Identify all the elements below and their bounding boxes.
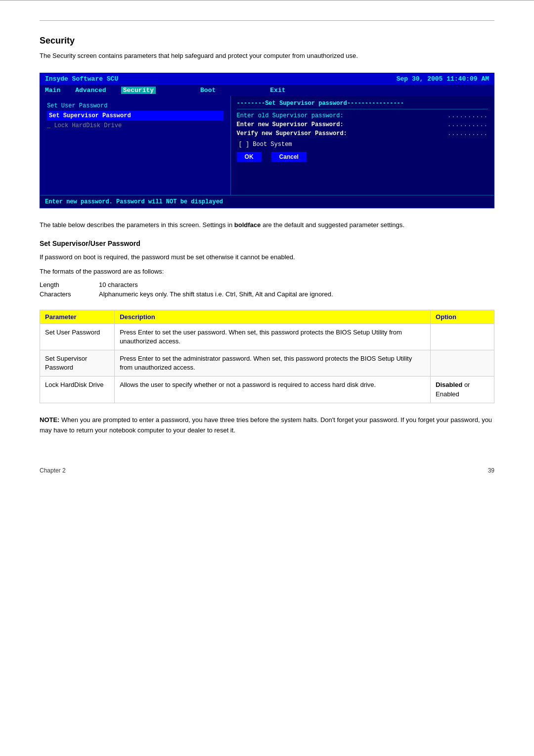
params-table: Parameter Description Option Set User Pa… [40, 310, 494, 403]
bios-menu-lock-harddisk[interactable]: _ Lock HardDisk Drive [47, 121, 223, 131]
table-cell-desc-2: Press Enter to set the administrator pas… [115, 350, 431, 376]
bios-field-new-dots: .......... [440, 121, 488, 128]
property-length-label: Length [40, 281, 99, 288]
body-para-2: The formats of the password are as follo… [40, 267, 494, 277]
chapter-label: Chapter 2 [40, 467, 66, 474]
table-header-description: Description [115, 310, 431, 324]
bios-boot-system[interactable]: [ ] Boot System [237, 141, 488, 148]
table-header-parameter: Parameter [40, 310, 115, 324]
intro-text: The Security screen contains parameters … [40, 51, 494, 61]
table-cell-param-3: Lock HardDisk Drive [40, 377, 115, 403]
property-length: Length 10 characters [40, 281, 494, 288]
table-cell-param-2: Set Supervisor Password [40, 350, 115, 376]
table-cell-option-2 [431, 350, 494, 376]
table-header-row: Parameter Description Option [40, 310, 494, 324]
bios-nav-exit[interactable]: Exit [270, 87, 285, 94]
bios-menu-set-user-password[interactable]: Set User Password [47, 101, 223, 111]
table-cell-desc-3: Allows the user to specify whether or no… [115, 377, 431, 403]
bios-field-verify-dots: .......... [440, 130, 488, 137]
table-cell-option-3: Disabled or Enabled [431, 377, 494, 403]
table-row: Set Supervisor Password Press Enter to s… [40, 350, 494, 376]
bios-menu-set-supervisor-password[interactable]: Set Supervisor Password [47, 111, 223, 121]
bios-footer: Enter new password. Password will NOT be… [40, 195, 494, 208]
property-characters: Characters Alphanumeric keys only. The s… [40, 290, 494, 298]
option-bold: Disabled [436, 381, 462, 388]
bios-nav-advanced[interactable]: Advanced [75, 87, 106, 94]
table-cell-param-1: Set User Password [40, 324, 115, 350]
table-header-option: Option [431, 310, 494, 324]
bios-nav-boot[interactable]: Boot [200, 87, 216, 94]
table-row: Lock HardDisk Drive Allows the user to s… [40, 377, 494, 403]
bios-dialog-title: --------Set Supervisor password---------… [237, 100, 488, 109]
bios-nav: Main Advanced Security Boot Exit [40, 85, 494, 96]
bios-screenshot: Insyde Software SCU Sep 30, 2005 11:40:0… [40, 73, 494, 208]
table-row: Set User Password Press Enter to set the… [40, 324, 494, 350]
bios-buttons: OK Cancel [237, 152, 488, 162]
bios-header-datetime: Sep 30, 2005 11:40:09 AM [397, 75, 489, 83]
page-footer: Chapter 2 39 [40, 465, 494, 474]
bios-field-old-password: Enter old Supervisor password: .........… [237, 112, 488, 119]
property-length-value: 10 characters [99, 281, 138, 288]
page-container: Security The Security screen contains pa… [0, 0, 534, 504]
bios-field-old-label: Enter old Supervisor password: [237, 112, 440, 119]
note-label: NOTE: [40, 416, 59, 424]
bios-cancel-button[interactable]: Cancel [271, 152, 307, 162]
subsection-title: Set Supervisor/User Password [40, 239, 494, 247]
bios-field-new-password: Enter new Supervisor Password: .........… [237, 121, 488, 128]
note-text: NOTE: When you are prompted to enter a p… [40, 415, 494, 436]
desc-text: The table below describes the parameters… [40, 220, 494, 230]
property-list: Length 10 characters Characters Alphanum… [40, 281, 494, 298]
bios-header-title: Insyde Software SCU [45, 75, 118, 83]
bios-field-verify-password: Verify new Supervisor Password: ........… [237, 130, 488, 137]
bios-ok-button[interactable]: OK [237, 152, 262, 162]
note-section: NOTE: When you are prompted to enter a p… [40, 415, 494, 436]
bios-right-dialog: --------Set Supervisor password---------… [231, 96, 494, 195]
bios-field-old-dots: .......... [440, 112, 488, 119]
table-cell-option-1 [431, 324, 494, 350]
body-para-1: If password on boot is required, the pas… [40, 252, 494, 263]
table-cell-desc-1: Press Enter to set the user password. Wh… [115, 324, 431, 350]
bios-content: Set User Password Set Supervisor Passwor… [40, 96, 494, 195]
bios-nav-security[interactable]: Security [121, 87, 156, 94]
property-characters-value: Alphanumeric keys only. The shift status… [99, 290, 333, 298]
bios-footer-text: Enter new password. Password will NOT be… [45, 198, 223, 205]
property-characters-label: Characters [40, 290, 99, 298]
page-title: Security [40, 36, 494, 46]
bios-field-verify-label: Verify new Supervisor Password: [237, 130, 440, 137]
bios-nav-main[interactable]: Main [45, 87, 60, 94]
bios-left-menu: Set User Password Set Supervisor Passwor… [40, 96, 231, 195]
bios-header: Insyde Software SCU Sep 30, 2005 11:40:0… [40, 73, 494, 85]
bios-field-new-label: Enter new Supervisor Password: [237, 121, 440, 128]
page-number: 39 [488, 467, 494, 474]
